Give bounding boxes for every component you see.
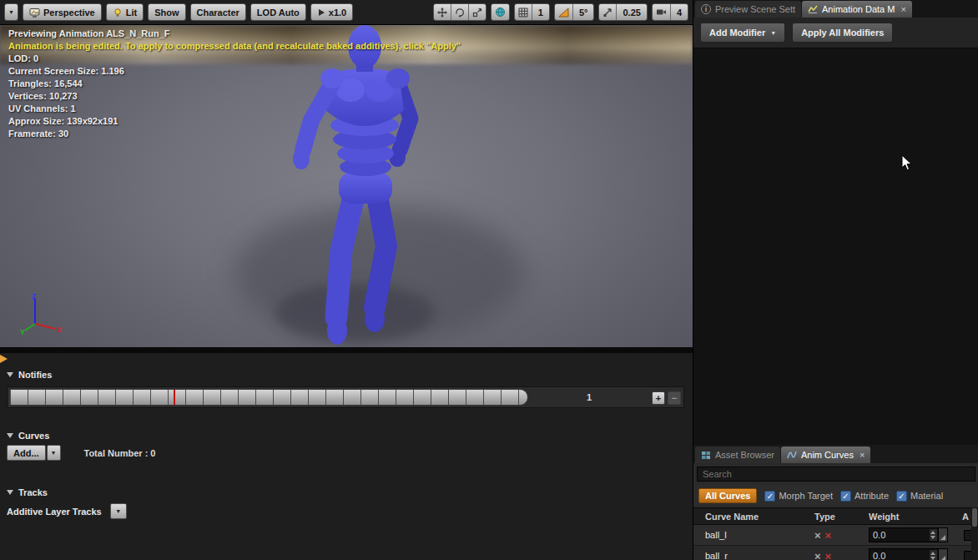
coordinate-system-button[interactable] [491, 3, 510, 21]
weight-value: 0.0 [873, 551, 885, 560]
curve-row-ball-l[interactable]: ball_l × × 0.0 [693, 525, 972, 546]
translate-mode-button[interactable] [434, 4, 451, 20]
grid-snap-group: 1 [514, 3, 550, 21]
attribute-checkbox[interactable]: ✓ Attribute [840, 491, 889, 502]
rotate-mode-button[interactable] [451, 4, 468, 20]
scale-snap-value-label: 0.25 [623, 8, 640, 18]
rotate-icon [455, 8, 465, 18]
asset-browser-icon [701, 451, 711, 460]
tab-preview-scene-settings[interactable]: i Preview Scene Sett [695, 1, 801, 18]
camera-speed-value[interactable]: 4 [670, 4, 688, 20]
curve-row-ball-r[interactable]: ball_r × × 0.0 [693, 546, 972, 560]
rotation-snap-value[interactable]: 5° [572, 4, 594, 20]
collapse-triangle-icon [7, 433, 13, 438]
add-curve-dropdown[interactable]: ▼ [47, 445, 61, 461]
character-button[interactable]: Character [190, 3, 246, 21]
scale-mode-button[interactable] [468, 4, 486, 20]
scale-snap-group: 0.25 [598, 3, 647, 21]
axis-x-label: X [57, 325, 62, 334]
add-modifier-button[interactable]: Add Modifier ▼ [700, 23, 785, 43]
caret-down-icon: ▼ [51, 450, 57, 456]
weight-input[interactable]: 0.0 [869, 527, 939, 542]
additive-tracks-row: Additive Layer Tracks ▼ [7, 503, 127, 519]
caret-down-icon: ▼ [115, 508, 121, 514]
modifier-toolbar: Add Modifier ▼ Apply All Modifiers [693, 18, 978, 48]
lod-auto-label: LOD Auto [257, 8, 300, 18]
curve-table-scrollbar[interactable] [971, 507, 978, 560]
perspective-button[interactable]: Perspective [23, 3, 102, 21]
approx-size-text: Approx Size: 139x92x191 [8, 115, 461, 128]
weight-spinner[interactable] [930, 529, 937, 541]
additive-tracks-dropdown[interactable]: ▼ [110, 503, 127, 519]
perspective-icon [29, 8, 40, 18]
column-curve-name[interactable]: Curve Name [693, 512, 814, 522]
column-type[interactable]: Type [814, 512, 869, 522]
column-weight[interactable]: Weight [869, 512, 962, 522]
weight-slider-handle[interactable] [939, 527, 948, 542]
rotation-snap-toggle[interactable] [555, 4, 572, 20]
scrollbar-thumb[interactable] [972, 508, 977, 527]
close-icon[interactable]: × [860, 451, 865, 460]
unreal-animation-editor: ▼ Perspective Lit Show Character LOD Aut… [0, 0, 978, 560]
attribute-label: Attribute [854, 491, 889, 501]
tracks-title: Tracks [18, 487, 48, 497]
viewport-options-dropdown[interactable]: ▼ [4, 3, 18, 21]
apply-all-modifiers-button[interactable]: Apply All Modifiers [792, 23, 893, 43]
rotation-snap-group: 5° [554, 3, 595, 21]
lod-auto-button[interactable]: LOD Auto [250, 3, 306, 21]
tab-label: Preview Scene Sett [715, 4, 795, 14]
transform-gizmo-group [433, 3, 486, 21]
show-label: Show [154, 8, 179, 18]
material-checkbox[interactable]: ✓ Material [896, 491, 943, 502]
grid-snap-value[interactable]: 1 [532, 4, 549, 20]
notifies-section-header[interactable]: Notifies [7, 370, 52, 380]
character-label: Character [197, 8, 239, 18]
all-curves-filter-button[interactable]: All Curves [698, 488, 757, 503]
framerate-text: Framerate: 30 [8, 128, 461, 140]
checkbox-check-icon: ✓ [896, 491, 907, 502]
viewport-toolbar: ▼ Perspective Lit Show Character LOD Aut… [0, 0, 693, 25]
lod-text: LOD: 0 [8, 53, 461, 65]
tracks-section-header[interactable]: Tracks [7, 487, 48, 497]
add-notify-track-button[interactable]: + [652, 391, 665, 405]
camera-speed-toggle[interactable] [653, 4, 670, 20]
tab-animation-data-modifiers[interactable]: Animation Data M × [802, 1, 912, 18]
remove-notify-track-button[interactable]: − [668, 391, 681, 405]
curves-section-header[interactable]: Curves [7, 431, 49, 441]
apply-all-modifiers-label: Apply All Modifiers [801, 28, 884, 38]
morph-target-checkbox[interactable]: ✓ Morph Target [764, 491, 833, 502]
scale-snap-toggle[interactable] [599, 4, 616, 20]
close-icon[interactable]: × [900, 5, 905, 14]
anim-curves-tab-bar: Asset Browser Anim Curves × [693, 445, 978, 463]
curve-search-input[interactable] [697, 467, 975, 482]
add-curve-button[interactable]: Add... [7, 445, 46, 461]
preview-viewport[interactable]: Previewing Animation ALS_N_Run_F Animati… [0, 25, 693, 350]
curve-weight-cell: 0.0 [869, 548, 962, 560]
curve-type-cell: × × [814, 530, 869, 541]
weight-slider-handle[interactable] [939, 548, 948, 560]
uv-channels-text: UV Channels: 1 [8, 103, 461, 115]
playback-speed-button[interactable]: x1.0 [310, 3, 353, 21]
weight-spinner[interactable] [930, 550, 937, 560]
triangles-text: Triangles: 16,544 [8, 78, 461, 90]
show-button[interactable]: Show [148, 3, 185, 21]
tab-anim-curves[interactable]: Anim Curves × [781, 446, 870, 463]
notify-track-frames[interactable] [9, 389, 528, 406]
tab-asset-browser[interactable]: Asset Browser [695, 446, 780, 463]
translate-icon [437, 8, 447, 18]
collapse-triangle-icon [7, 490, 13, 495]
scale-snap-value[interactable]: 0.25 [616, 4, 646, 20]
curve-name: ball_l [693, 530, 814, 540]
notify-track[interactable]: 1 + − [7, 386, 684, 408]
material-label: Material [910, 491, 943, 501]
playhead[interactable] [174, 390, 175, 405]
lit-icon [113, 8, 123, 18]
add-modifier-label: Add Modifier [709, 28, 765, 38]
weight-input[interactable]: 0.0 [869, 548, 939, 560]
tab-label: Anim Curves [801, 450, 854, 460]
grid-snap-toggle[interactable] [515, 4, 532, 20]
tab-label: Animation Data M [822, 4, 895, 14]
lit-mode-button[interactable]: Lit [106, 3, 144, 21]
checkbox-check-icon: ✓ [764, 491, 775, 502]
globe-icon [495, 7, 506, 18]
